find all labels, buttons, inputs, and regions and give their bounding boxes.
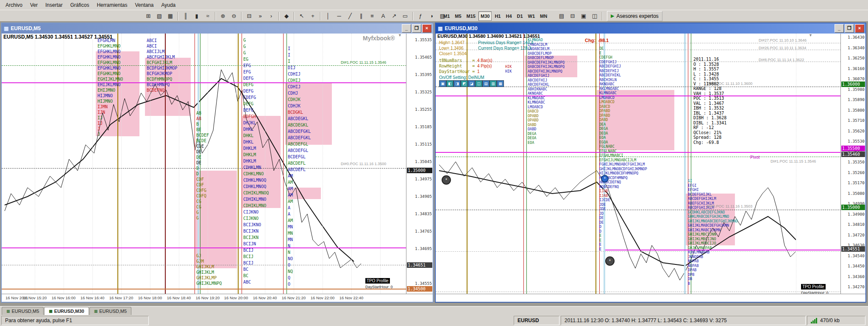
channel-tool-icon[interactable]: ∥ — [356, 11, 366, 21]
onoff-toggle-icon[interactable]: ▦ — [497, 80, 504, 87]
onoff-toggle-icon[interactable]: ▣ — [439, 80, 446, 87]
level-hline[interactable] — [605, 250, 841, 250]
restore-button[interactable]: ❒ — [412, 24, 421, 33]
timeframe-m5-button[interactable]: M5 — [453, 11, 463, 21]
menu-ver[interactable]: Ver — [26, 1, 42, 9]
menu-archivo[interactable]: Archivo — [2, 1, 26, 9]
onoff-toggle-icon[interactable]: ◩ — [461, 80, 468, 87]
time-axis[interactable]: 16 Nov 201116 Nov 15:2016 Nov 16:0016 No… — [2, 294, 433, 302]
vertical-line-tool-icon[interactable]: │ — [323, 11, 333, 21]
chart-window-eurusd-m5[interactable]: ▦ EURUSD,M5 _ ❒ × EFGHLMNEFGHKLMNOEFGHKL… — [1, 22, 434, 303]
timeframe-w1-button[interactable]: W1 — [526, 11, 537, 21]
timeframe-m15-button[interactable]: M15 — [465, 11, 478, 21]
onoff-toggle-icon[interactable]: ▥ — [490, 80, 497, 87]
onoff-toggle-icon[interactable]: ▤ — [482, 80, 490, 87]
restore-button[interactable]: ❒ — [845, 24, 854, 33]
horizontal-line-tool-icon[interactable]: ─ — [334, 11, 344, 21]
tile-windows-icon[interactable]: ⊟ — [244, 11, 254, 21]
price-scale[interactable]: 1.364301.363401.362501.361601.360701.359… — [840, 34, 865, 294]
candlestick-chart-icon[interactable]: ▮ — [192, 11, 202, 21]
menu-herramientas[interactable]: Herramientas — [93, 1, 131, 9]
close-button[interactable]: × — [855, 24, 864, 33]
onoff-toggle-icon[interactable]: ◪ — [468, 80, 475, 87]
new-order-icon[interactable]: ◆ — [281, 11, 292, 21]
onoff-toggle-icon[interactable]: ◨ — [453, 80, 461, 87]
profiles-icon[interactable]: ▧ — [154, 11, 164, 21]
price-scale-label: 1.35080 — [848, 191, 865, 196]
navigator-icon[interactable]: ⊟ — [568, 11, 578, 21]
menu-ventana[interactable]: Ventana — [131, 1, 157, 9]
charts-grid-icon[interactable]: ▦ — [165, 11, 175, 21]
tpo-row: DE — [599, 216, 604, 220]
stats-line: 2011.11.16 — [693, 57, 719, 62]
tpo-row: GHIJKLMBCIJNO — [688, 237, 716, 241]
shapes-tool-icon[interactable]: ▭ — [400, 11, 410, 21]
timeframe-mn-button[interactable]: MN — [538, 11, 549, 21]
periods-icon[interactable]: ◑ — [426, 11, 437, 21]
close-button[interactable]: × — [422, 24, 431, 33]
grid-vline — [121, 34, 122, 294]
change-label: Chg: -98.1 — [585, 38, 609, 43]
tab-eurusd-m5[interactable]: ▦EURUSD,M5 — [89, 307, 131, 315]
script-button-blue-icon[interactable]: * — [601, 175, 609, 183]
onoff-toggle-icon[interactable]: ◧ — [446, 80, 453, 87]
level-hline[interactable] — [436, 152, 841, 153]
timeframe-d1-button[interactable]: D1 — [515, 11, 525, 21]
tpo-row: N — [288, 244, 290, 248]
chart-window-eurusd-m30[interactable]: ▦ EURUSD,M30 _ ❒ × HIKHIKKLMNOADLMNOACDL… — [435, 22, 866, 303]
text-tool-icon[interactable]: A — [378, 11, 388, 21]
window-titlebar[interactable]: ▦ EURUSD,M30 _ ❒ × — [436, 23, 865, 34]
chart-plot-area[interactable]: HIKHIKKLMNOADLMNOACDLMLNOABCDELMOABCDEFL… — [436, 34, 841, 294]
cursor-icon[interactable]: ↖ — [297, 11, 307, 21]
zoom-out-icon[interactable]: ⊖ — [229, 11, 239, 21]
timeframe-m1-button[interactable]: M1 — [441, 11, 452, 21]
script-button-icon[interactable]: * — [442, 175, 451, 185]
onoff-toggle-icon[interactable]: ◫ — [475, 80, 482, 87]
fibonacci-tool-icon[interactable]: ≡ — [367, 11, 377, 21]
tpo-row: E — [599, 243, 601, 247]
tab-label: EURUSD,M5 — [99, 309, 127, 314]
crosshair-icon[interactable]: + — [308, 11, 318, 21]
minimize-button[interactable]: _ — [402, 24, 411, 33]
tpo-row: CIJKNO — [243, 216, 259, 221]
tab-eurusd-m5[interactable]: ▦EURUSD,M5 — [2, 307, 44, 315]
tpo-row: BCDEFNQ — [147, 88, 164, 93]
bar-chart-icon[interactable]: ║ — [181, 11, 191, 21]
price-scale[interactable]: 1.355351.354651.353951.353251.352551.351… — [406, 34, 433, 294]
indicators-icon[interactable]: ƒ — [415, 11, 426, 21]
level-hline[interactable] — [2, 247, 406, 248]
session-vline[interactable] — [595, 34, 596, 294]
menu-ayuda[interactable]: Ayuda — [157, 1, 179, 9]
mt4-application: ArchivoVerInsertarGráficosHerramientasVe… — [0, 0, 868, 326]
time-axis[interactable] — [436, 294, 865, 302]
menu-grficos[interactable]: Gráficos — [67, 1, 93, 9]
strategy-tester-icon[interactable]: ◫ — [590, 11, 600, 21]
session-vline[interactable] — [238, 34, 239, 294]
new-chart-icon[interactable]: ⊞ — [143, 11, 153, 21]
level-hline[interactable] — [436, 96, 841, 96]
level-hline[interactable] — [2, 289, 406, 289]
chart-plot-area[interactable]: EFGHLMNEFGHKLMNOEFGHKLMNOEFGHKLMNOEFGHKL… — [2, 34, 406, 294]
tpo-row: BCDFGHIJKMOP — [147, 66, 177, 70]
tpo-row: ABCFGHIJKLM — [147, 55, 175, 59]
arrow-tool-icon[interactable]: ↗ — [389, 11, 399, 21]
minimize-button[interactable]: _ — [835, 24, 844, 33]
tpo-row: OABD — [528, 127, 536, 131]
terminal-icon[interactable]: ▣ — [579, 11, 589, 21]
window-titlebar[interactable]: ▦ EURUSD,M5 _ ❒ × — [2, 23, 433, 34]
chart-shift-icon[interactable]: › — [266, 11, 276, 21]
trendline-tool-icon[interactable]: ╱ — [345, 11, 355, 21]
zoom-in-icon[interactable]: ⊕ — [218, 11, 228, 21]
line-chart-icon[interactable]: ≈ — [203, 11, 213, 21]
data-window-icon[interactable]: ▤ — [556, 11, 567, 21]
script-button-icon[interactable]: * — [605, 256, 615, 266]
level-hline[interactable] — [2, 82, 406, 83]
menu-insertar[interactable]: Insertar — [42, 1, 67, 9]
tab-eurusd-m30[interactable]: ▦EURUSD,M30 — [44, 307, 89, 315]
timeframe-h4-button[interactable]: H4 — [504, 11, 514, 21]
expert-advisors-button[interactable]: ▶Asesores expertos — [607, 11, 662, 21]
auto-scroll-icon[interactable]: » — [255, 11, 265, 21]
timeframe-h1-button[interactable]: H1 — [492, 11, 503, 21]
tpo-row: DEFG — [243, 76, 253, 81]
timeframe-m30-button[interactable]: M30 — [479, 11, 492, 21]
